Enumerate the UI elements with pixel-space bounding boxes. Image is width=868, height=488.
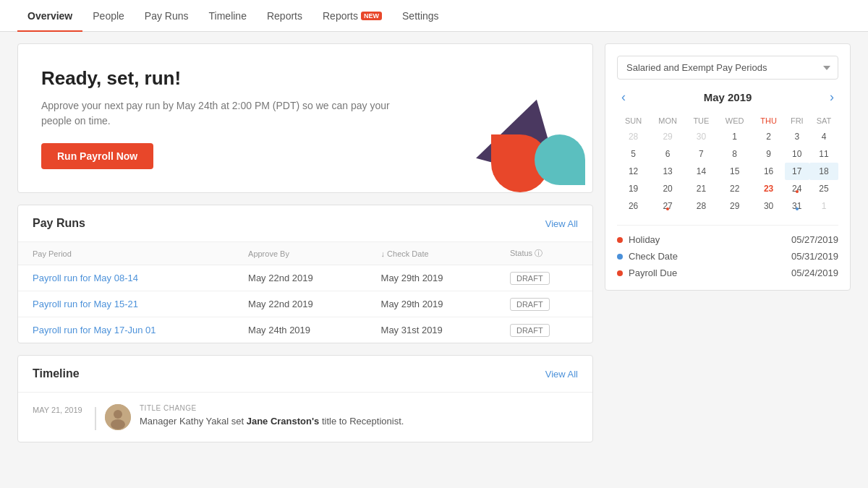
calendar-cell[interactable]: 23 <box>753 180 785 197</box>
pay-period-link[interactable]: Payroll run for May 08-14 <box>33 273 138 283</box>
calendar-cell[interactable]: 31 <box>785 197 809 215</box>
calendar-cell[interactable]: 14 <box>686 163 717 180</box>
status-cell: DRAFT <box>495 265 592 291</box>
nav-item-overview[interactable]: Overview <box>17 0 82 32</box>
pay-period-link[interactable]: Payroll run for May 15-21 <box>33 299 138 309</box>
calendar-cell[interactable]: 11 <box>809 145 838 163</box>
legend-item: Payroll Due 05/24/2019 <box>617 267 838 278</box>
calendar-sidebar: Salaried and Exempt Pay Periods ‹ May 20… <box>605 43 851 442</box>
pay-runs-card: Pay Runs View All Pay Period Approve By … <box>17 205 593 343</box>
pay-period-dropdown[interactable]: Salaried and Exempt Pay Periods <box>617 56 838 80</box>
pay-runs-view-all[interactable]: View All <box>545 218 578 229</box>
legend-dot-icon <box>617 254 623 260</box>
svg-point-2 <box>111 419 125 429</box>
calendar-cell[interactable]: 24 <box>785 180 809 197</box>
calendar-cell[interactable]: 30 <box>753 197 785 215</box>
calendar-cell[interactable]: 8 <box>717 145 753 163</box>
calendar-cell[interactable]: 1 <box>809 197 838 215</box>
check-date-cell: May 29th 2019 <box>367 265 495 291</box>
calendar-cell[interactable]: 7 <box>686 145 717 163</box>
calendar-cell[interactable]: 12 <box>617 163 650 180</box>
nav-item-pay-runs[interactable]: Pay Runs <box>135 0 199 32</box>
calendar-cell[interactable]: 26 <box>617 197 650 215</box>
calendar-cell[interactable]: 2 <box>753 128 785 145</box>
calendar-cell[interactable]: 28 <box>686 197 717 215</box>
nav-item-reports[interactable]: Reports <box>257 0 312 32</box>
calendar-cell[interactable]: 16 <box>753 163 785 180</box>
hero-card: Ready, set, run! Approve your next pay r… <box>17 43 593 193</box>
nav-item-settings[interactable]: Settings <box>392 0 449 32</box>
calendar-cell[interactable]: 10 <box>785 145 809 163</box>
calendar-header: ‹ May 2019 › <box>617 90 838 105</box>
dot-blue <box>796 207 799 210</box>
timeline-entries: MAY 21, 2019 TITLE CHANGE Manager Kathy … <box>18 393 592 442</box>
timeline-content: TITLE CHANGE Manager Kathy Yakal set Jan… <box>140 404 578 428</box>
timeline-view-all[interactable]: View All <box>545 369 578 380</box>
status-badge: DRAFT <box>510 272 550 285</box>
cal-dow-tue: TUE <box>686 114 717 128</box>
dot-red <box>796 190 799 193</box>
calendar-cell[interactable]: 17 <box>785 163 809 180</box>
calendar-month-label: May 2019 <box>704 91 752 103</box>
cal-dow-thu: THU <box>753 114 785 128</box>
status-badge: DRAFT <box>510 298 550 311</box>
nav-item-people[interactable]: People <box>82 0 135 32</box>
timeline-header: Timeline View All <box>18 356 592 393</box>
timeline-card: Timeline View All MAY 21, 2019 TITLE CHA… <box>17 355 593 442</box>
legend-date: 05/24/2019 <box>791 267 838 278</box>
calendar-prev-button[interactable]: ‹ <box>617 90 630 105</box>
calendar-cell[interactable]: 19 <box>617 180 650 197</box>
calendar-cell[interactable]: 29 <box>650 128 686 145</box>
timeline-label: TITLE CHANGE <box>140 404 578 412</box>
calendar-next-button[interactable]: › <box>825 90 838 105</box>
calendar-cell[interactable]: 1 <box>717 128 753 145</box>
legend-label: Payroll Due <box>617 267 677 278</box>
calendar-cell[interactable]: 20 <box>650 180 686 197</box>
hero-title: Ready, set, run! <box>41 67 569 90</box>
calendar-cell[interactable]: 6 <box>650 145 686 163</box>
calendar-cell[interactable]: 30 <box>686 128 717 145</box>
check-date-cell: May 29th 2019 <box>367 291 495 317</box>
timeline-text: Manager Kathy Yakal set Jane Cranston's … <box>140 415 578 428</box>
calendar-cell[interactable]: 27 <box>650 197 686 215</box>
calendar-cell[interactable]: 25 <box>809 180 838 197</box>
nav-item-reports-new[interactable]: Reports NEW <box>312 0 392 32</box>
approve-by-cell: May 22nd 2019 <box>234 291 367 317</box>
svg-point-1 <box>114 410 122 419</box>
pay-runs-table: Pay Period Approve By ↓ Check Date Statu… <box>18 242 592 343</box>
calendar-cell[interactable]: 22 <box>717 180 753 197</box>
calendar-cell[interactable]: 28 <box>617 128 650 145</box>
calendar-cell[interactable]: 9 <box>753 145 785 163</box>
col-approve-by: Approve By <box>234 242 367 265</box>
cal-dow-mon: MON <box>650 114 686 128</box>
calendar-cell[interactable]: 4 <box>809 128 838 145</box>
col-check-date: ↓ Check Date <box>367 242 495 265</box>
legend-label: Check Date <box>617 251 678 262</box>
pay-period-link[interactable]: Payroll run for May 17-Jun 01 <box>33 325 156 335</box>
calendar-cell[interactable]: 13 <box>650 163 686 180</box>
timeline-line <box>95 407 96 430</box>
calendar-cell[interactable]: 18 <box>809 163 838 180</box>
calendar-cell[interactable]: 5 <box>617 145 650 163</box>
timeline-title: Timeline <box>33 367 80 380</box>
check-date-cell: May 31st 2019 <box>367 317 495 343</box>
table-row: Payroll run for May 17-Jun 01 May 24th 2… <box>18 317 592 343</box>
legend-dot-icon <box>617 237 623 243</box>
nav-item-timeline[interactable]: Timeline <box>199 0 257 32</box>
legend-date: 05/27/2019 <box>791 234 838 245</box>
calendar-cell[interactable]: 21 <box>686 180 717 197</box>
graphic-teal-shape <box>535 134 585 185</box>
approve-by-cell: May 24th 2019 <box>234 317 367 343</box>
legend-dot-icon <box>617 270 623 276</box>
col-pay-period: Pay Period <box>18 242 234 265</box>
calendar-grid: SUNMONTUEWEDTHUFRISAT 282930123456789101… <box>617 114 838 215</box>
run-payroll-button[interactable]: Run Payroll Now <box>41 143 153 169</box>
status-cell: DRAFT <box>495 291 592 317</box>
new-badge: NEW <box>361 12 382 20</box>
cal-dow-fri: FRI <box>785 114 809 128</box>
cal-dow-sat: SAT <box>809 114 838 128</box>
approve-by-cell: May 22nd 2019 <box>234 265 367 291</box>
calendar-cell[interactable]: 15 <box>717 163 753 180</box>
calendar-cell[interactable]: 3 <box>785 128 809 145</box>
calendar-cell[interactable]: 29 <box>717 197 753 215</box>
